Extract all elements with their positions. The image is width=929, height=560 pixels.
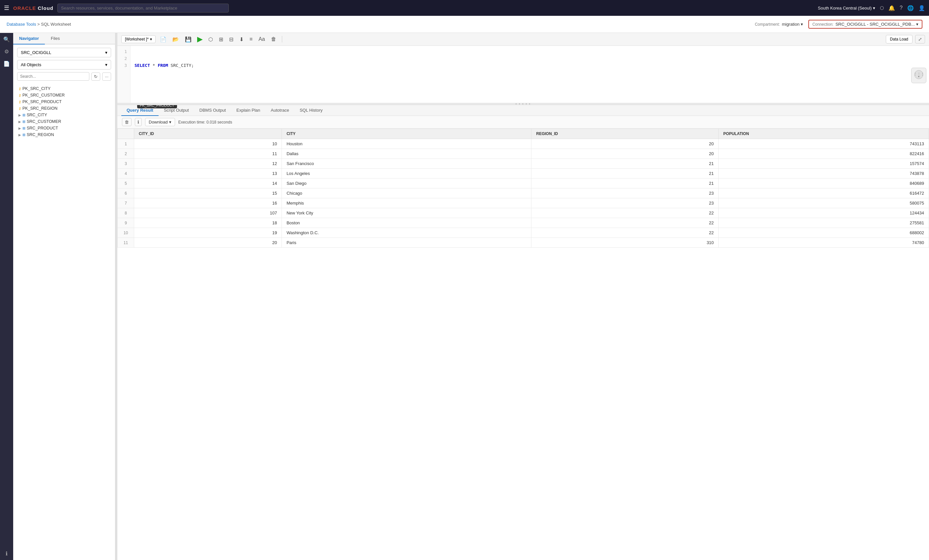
compartment-chevron-icon: ▾ <box>801 22 803 27</box>
format-button[interactable]: ≡ <box>248 35 254 43</box>
help-icon[interactable]: ? <box>900 5 903 11</box>
tree-item-pk-src-customer[interactable]: ⚷ PK_SRC_CUSTOMER <box>13 92 115 98</box>
connection-selector[interactable]: Connection: SRC_OCIGGLL - SRC_OCIGGLL_PD… <box>808 20 923 29</box>
tree-item-src-customer[interactable]: ▶ ⊞ SRC_CUSTOMER <box>13 118 115 125</box>
run-button[interactable]: ▶ <box>196 35 204 43</box>
cell-city: Los Angeles <box>282 169 531 179</box>
col-city-id[interactable]: CITY_ID <box>134 129 282 139</box>
table-row: 4 13 Los Angeles 21 743878 <box>118 169 929 179</box>
sidebar-settings-icon[interactable]: ⚙ <box>4 48 9 55</box>
tab-sql-history[interactable]: SQL History <box>294 105 328 116</box>
table-header-row: CITY_ID CITY REGION_ID POPULATION <box>118 129 929 139</box>
cell-population: 616472 <box>719 188 929 198</box>
cell-city: Paris <box>282 238 531 248</box>
download-results-button[interactable]: Download ▾ <box>145 118 175 126</box>
results-toolbar: 🗑 ℹ Download ▾ Execution time: 0.018 sec… <box>117 116 929 129</box>
download-button[interactable]: ⬇ <box>238 35 245 43</box>
download-chevron-icon: ▾ <box>169 119 172 124</box>
menu-hamburger-icon[interactable]: ☰ <box>4 4 9 12</box>
cell-city-id: 13 <box>134 169 282 179</box>
tree-item-pk-src-city[interactable]: ⚷ PK_SRC_CITY <box>13 85 115 92</box>
sidebar-info-icon[interactable]: ℹ <box>6 551 8 557</box>
connection-value[interactable]: SRC_OCIGGLL - SRC_OCIGGLL_PDB... ▾ <box>835 22 918 27</box>
cell-row-num: 3 <box>118 159 134 169</box>
tree-item-pk-src-region[interactable]: ⚷ PK_SRC_REGION <box>13 105 115 112</box>
expand-editor-button[interactable]: ⤢ <box>915 35 925 43</box>
editor-drag-handle[interactable]: • • • • • <box>117 103 929 105</box>
table-row: 3 12 San Francisco 21 157574 <box>118 159 929 169</box>
expand-arrow-icon: ▶ <box>18 133 21 137</box>
objects-dropdown[interactable]: All Objects ▾ <box>17 60 111 69</box>
navigator-panel: Navigator Files SRC_OCIGGLL ▾ All Object… <box>13 33 115 560</box>
tree-item-src-region[interactable]: ▶ ⊞ SRC_REGION <box>13 132 115 138</box>
tab-autotrace[interactable]: Autotrace <box>265 105 294 116</box>
navigator-tabs: Navigator Files <box>13 33 115 44</box>
col-region-id[interactable]: REGION_ID <box>531 129 719 139</box>
run-table-button[interactable]: ⊞ <box>217 35 225 43</box>
data-table-container[interactable]: CITY_ID CITY REGION_ID POPULATION 1 10 H… <box>117 129 929 560</box>
cell-region-id: 22 <box>531 228 719 238</box>
tree-item-src-city[interactable]: ▶ ⊞ SRC_CITY <box>13 112 115 118</box>
breadcrumb-database-tools-link[interactable]: Database Tools <box>6 22 36 27</box>
table-row: 2 11 Dallas 20 822416 <box>118 149 929 159</box>
tree-item-pk-src-product[interactable]: ⚷ PK_SRC_PRODUCT <box>13 98 115 105</box>
tab-files[interactable]: Files <box>45 33 66 44</box>
save-button[interactable]: 💾 <box>183 35 193 43</box>
worksheet-name-dropdown[interactable]: [Worksheet ]* ▾ <box>121 35 156 43</box>
language-icon[interactable]: 🌐 <box>907 5 914 11</box>
schema-chevron-icon: ▾ <box>105 50 107 55</box>
chevron-down-icon: ▾ <box>873 6 875 11</box>
cell-population: 840689 <box>719 179 929 188</box>
table-row: 8 107 New York City 22 124434 <box>118 208 929 218</box>
worksheet-chevron-icon: ▾ <box>150 37 152 41</box>
cell-city-id: 20 <box>134 238 282 248</box>
svg-point-1 <box>918 76 920 77</box>
cell-city: New York City <box>282 208 531 218</box>
tab-navigator[interactable]: Navigator <box>13 33 45 44</box>
schema-dropdown[interactable]: SRC_OCIGGLL ▾ <box>17 48 111 57</box>
compartment-value[interactable]: migration ▾ <box>782 22 803 27</box>
keyword-from: FROM <box>158 63 168 68</box>
cell-region-id: 21 <box>531 159 719 169</box>
tab-dbms-output[interactable]: DBMS Output <box>194 105 231 116</box>
data-load-button[interactable]: Data Load <box>886 35 912 43</box>
col-population[interactable]: POPULATION <box>719 129 929 139</box>
cell-city-id: 14 <box>134 179 282 188</box>
delete-results-button[interactable]: 🗑 <box>122 118 132 126</box>
region-selector[interactable]: South Korea Central (Seoul) ▾ <box>818 6 875 11</box>
more-options-button[interactable]: ··· <box>102 72 111 81</box>
execution-time: Execution time: 0.018 seconds <box>178 120 232 124</box>
global-search-input[interactable] <box>57 4 229 12</box>
info-results-button[interactable]: ℹ <box>135 118 142 126</box>
col-city[interactable]: CITY <box>282 129 531 139</box>
compartment-selector[interactable]: Compartment: migration ▾ <box>755 22 803 27</box>
icon-sidebar: 🔍 ⚙ 📄 ℹ <box>0 33 13 560</box>
cell-city-id: 16 <box>134 198 282 208</box>
refresh-button[interactable]: ↻ <box>91 72 100 81</box>
clear-button[interactable]: 🗑 <box>269 35 278 43</box>
sidebar-document-icon[interactable]: 📄 <box>3 61 10 67</box>
download-label: Download <box>149 119 168 124</box>
run-script-button[interactable]: ⬡ <box>207 35 215 43</box>
cell-city: San Diego <box>282 179 531 188</box>
table-row: 10 19 Washington D.C. 22 688002 <box>118 228 929 238</box>
cell-population: 743878 <box>719 169 929 179</box>
cloud-shell-icon[interactable]: ⬡ <box>880 5 884 11</box>
navigator-search-input[interactable] <box>17 72 89 81</box>
open-button[interactable]: 📂 <box>171 35 181 43</box>
new-file-button[interactable]: 📄 <box>158 35 168 43</box>
explain-button[interactable]: ⊟ <box>227 35 235 43</box>
help-editor-button[interactable]: ⋮⋮⋮ <box>911 67 926 83</box>
user-profile-icon[interactable]: 👤 <box>918 5 925 11</box>
svg-text:⋮⋮⋮: ⋮⋮⋮ <box>914 72 923 76</box>
code-content[interactable]: SELECT * FROM SRC_CITY; <box>130 46 929 105</box>
tree-item-src-product[interactable]: ▶ ⊞ SRC_PRODUCT <box>13 125 115 132</box>
autotrace-button[interactable]: Aa <box>257 35 267 43</box>
content-area: [Worksheet ]* ▾ 📄 📂 💾 ▶ ⬡ ⊞ ⊟ ⬇ ≡ Aa 🗑 D… <box>117 33 929 560</box>
notifications-icon[interactable]: 🔔 <box>888 5 895 11</box>
table-icon: ⊞ <box>22 113 25 117</box>
sidebar-search-icon[interactable]: 🔍 <box>3 36 10 43</box>
tab-explain-plan[interactable]: Explain Plan <box>231 105 265 116</box>
cell-region-id: 20 <box>531 149 719 159</box>
cell-population: 822416 <box>719 149 929 159</box>
